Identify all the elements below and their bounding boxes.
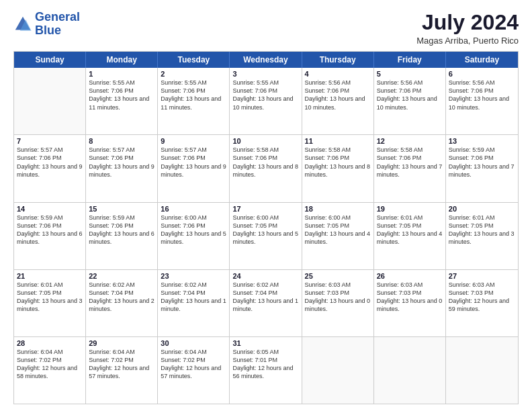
calendar-cell (446, 337, 518, 404)
sunrise-text: Sunrise: 6:00 AM (232, 214, 298, 222)
sunset-text: Sunset: 7:05 PM (305, 222, 371, 230)
day-number: 20 (449, 205, 515, 213)
calendar-cell: 11Sunrise: 5:58 AMSunset: 7:06 PMDayligh… (302, 135, 374, 201)
calendar-cell: 16Sunrise: 6:00 AMSunset: 7:06 PMDayligh… (158, 203, 230, 269)
calendar-cell: 4Sunrise: 5:56 AMSunset: 7:06 PMDaylight… (302, 68, 374, 134)
sunrise-text: Sunrise: 6:03 AM (377, 281, 443, 289)
sunrise-text: Sunrise: 6:04 AM (161, 348, 226, 356)
calendar-cell: 15Sunrise: 5:59 AMSunset: 7:06 PMDayligh… (86, 203, 158, 269)
sunrise-text: Sunrise: 6:03 AM (305, 281, 371, 289)
day-number: 7 (17, 137, 83, 145)
header-day-friday: Friday (374, 52, 446, 68)
sunrise-text: Sunrise: 5:58 AM (232, 146, 298, 154)
calendar-week-2: 7Sunrise: 5:57 AMSunset: 7:06 PMDaylight… (14, 134, 518, 201)
sunrise-text: Sunrise: 5:56 AM (377, 79, 443, 87)
calendar-week-1: 1Sunrise: 5:55 AMSunset: 7:06 PMDaylight… (14, 68, 518, 134)
sunset-text: Sunset: 7:06 PM (17, 222, 83, 230)
sunrise-text: Sunrise: 6:05 AM (232, 348, 298, 356)
title-block: July 2024 Magas Arriba, Puerto Rico (416, 11, 519, 46)
day-number: 21 (17, 272, 83, 280)
day-number: 10 (232, 137, 298, 145)
sunrise-text: Sunrise: 6:04 AM (17, 348, 83, 356)
logo-icon (13, 15, 32, 34)
daylight-text: Daylight: 13 hours and 9 minutes. (89, 163, 154, 179)
sunrise-text: Sunrise: 6:01 AM (17, 281, 83, 289)
daylight-text: Daylight: 13 hours and 11 minutes. (89, 95, 154, 111)
day-number: 24 (232, 272, 298, 280)
sunset-text: Sunset: 7:06 PM (161, 222, 226, 230)
calendar-cell: 5Sunrise: 5:56 AMSunset: 7:06 PMDaylight… (374, 68, 446, 134)
daylight-text: Daylight: 13 hours and 7 minutes. (449, 163, 515, 179)
daylight-text: Daylight: 12 hours and 57 minutes. (89, 364, 154, 380)
header-day-thursday: Thursday (302, 52, 374, 68)
day-number: 9 (161, 137, 226, 145)
calendar-cell: 14Sunrise: 5:59 AMSunset: 7:06 PMDayligh… (14, 203, 86, 269)
daylight-text: Daylight: 13 hours and 5 minutes. (232, 230, 298, 246)
daylight-text: Daylight: 13 hours and 3 minutes. (449, 230, 515, 246)
sunset-text: Sunset: 7:04 PM (232, 289, 298, 297)
calendar-cell: 9Sunrise: 5:57 AMSunset: 7:06 PMDaylight… (158, 135, 230, 201)
sunset-text: Sunset: 7:04 PM (161, 289, 226, 297)
calendar-cell: 17Sunrise: 6:00 AMSunset: 7:05 PMDayligh… (230, 203, 302, 269)
day-number: 12 (377, 137, 443, 145)
daylight-text: Daylight: 13 hours and 8 minutes. (305, 163, 371, 179)
sunrise-text: Sunrise: 5:58 AM (377, 146, 443, 154)
sunset-text: Sunset: 7:06 PM (449, 154, 515, 162)
daylight-text: Daylight: 13 hours and 10 minutes. (305, 95, 371, 111)
day-number: 30 (161, 339, 226, 347)
calendar-cell: 18Sunrise: 6:00 AMSunset: 7:05 PMDayligh… (302, 203, 374, 269)
calendar-cell: 12Sunrise: 5:58 AMSunset: 7:06 PMDayligh… (374, 135, 446, 201)
logo-line2: Blue (35, 24, 61, 37)
sunset-text: Sunset: 7:04 PM (89, 289, 154, 297)
sunset-text: Sunset: 7:06 PM (377, 87, 443, 95)
calendar-week-4: 21Sunrise: 6:01 AMSunset: 7:05 PMDayligh… (14, 269, 518, 336)
header-day-saturday: Saturday (446, 52, 518, 68)
daylight-text: Daylight: 13 hours and 4 minutes. (305, 230, 371, 246)
calendar-cell: 31Sunrise: 6:05 AMSunset: 7:01 PMDayligh… (230, 337, 302, 404)
page: General Blue July 2024 Magas Arriba, Pue… (0, 0, 532, 411)
day-number: 1 (89, 70, 154, 78)
logo-text: General Blue (35, 11, 80, 38)
calendar-cell: 20Sunrise: 6:01 AMSunset: 7:05 PMDayligh… (446, 203, 518, 269)
daylight-text: Daylight: 13 hours and 0 minutes. (305, 297, 371, 313)
daylight-text: Daylight: 13 hours and 10 minutes. (377, 95, 443, 111)
calendar-cell: 24Sunrise: 6:02 AMSunset: 7:04 PMDayligh… (230, 270, 302, 336)
calendar-cell: 7Sunrise: 5:57 AMSunset: 7:06 PMDaylight… (14, 135, 86, 201)
daylight-text: Daylight: 13 hours and 0 minutes. (377, 297, 443, 313)
sunset-text: Sunset: 7:06 PM (232, 87, 298, 95)
daylight-text: Daylight: 12 hours and 59 minutes. (449, 297, 515, 313)
sunset-text: Sunset: 7:05 PM (232, 222, 298, 230)
daylight-text: Daylight: 12 hours and 57 minutes. (161, 364, 226, 380)
sunset-text: Sunset: 7:06 PM (449, 87, 515, 95)
sunset-text: Sunset: 7:05 PM (449, 222, 515, 230)
day-number: 2 (161, 70, 226, 78)
daylight-text: Daylight: 13 hours and 5 minutes. (161, 230, 226, 246)
calendar-header: SundayMondayTuesdayWednesdayThursdayFrid… (14, 52, 518, 68)
day-number: 29 (89, 339, 154, 347)
day-number: 14 (17, 205, 83, 213)
sunset-text: Sunset: 7:05 PM (377, 222, 443, 230)
daylight-text: Daylight: 13 hours and 6 minutes. (89, 230, 154, 246)
sunrise-text: Sunrise: 5:55 AM (89, 79, 154, 87)
calendar-week-3: 14Sunrise: 5:59 AMSunset: 7:06 PMDayligh… (14, 202, 518, 269)
sunset-text: Sunset: 7:02 PM (161, 356, 226, 364)
daylight-text: Daylight: 13 hours and 9 minutes. (17, 163, 83, 179)
day-number: 27 (449, 272, 515, 280)
month-title: July 2024 (416, 11, 519, 34)
sunrise-text: Sunrise: 6:00 AM (305, 214, 371, 222)
sunset-text: Sunset: 7:06 PM (305, 154, 371, 162)
sunrise-text: Sunrise: 5:59 AM (89, 214, 154, 222)
calendar-cell: 1Sunrise: 5:55 AMSunset: 7:06 PMDaylight… (86, 68, 158, 134)
header-day-tuesday: Tuesday (158, 52, 230, 68)
day-number: 17 (232, 205, 298, 213)
calendar-cell: 30Sunrise: 6:04 AMSunset: 7:02 PMDayligh… (158, 337, 230, 404)
sunrise-text: Sunrise: 5:55 AM (161, 79, 226, 87)
logo-line1: General (35, 10, 80, 24)
calendar-cell: 10Sunrise: 5:58 AMSunset: 7:06 PMDayligh… (230, 135, 302, 201)
daylight-text: Daylight: 13 hours and 8 minutes. (232, 163, 298, 179)
sunrise-text: Sunrise: 6:02 AM (161, 281, 226, 289)
sunset-text: Sunset: 7:06 PM (305, 87, 371, 95)
sunrise-text: Sunrise: 5:56 AM (305, 79, 371, 87)
sunset-text: Sunset: 7:06 PM (89, 87, 154, 95)
sunrise-text: Sunrise: 5:59 AM (17, 214, 83, 222)
